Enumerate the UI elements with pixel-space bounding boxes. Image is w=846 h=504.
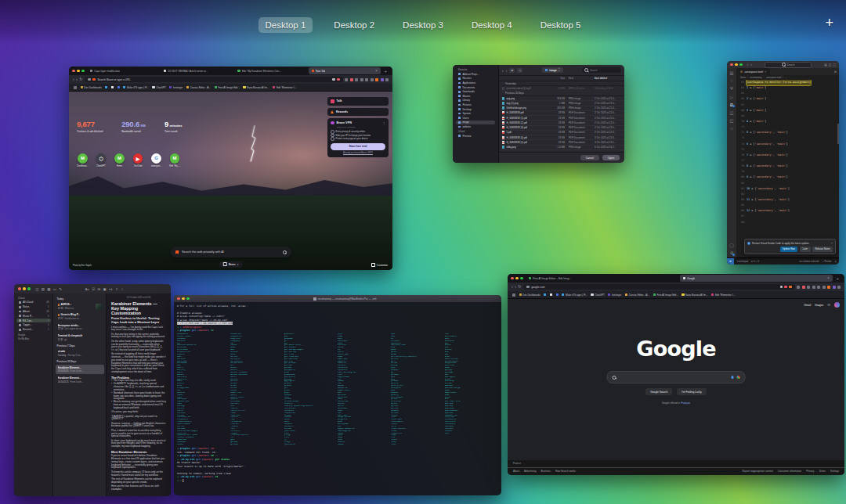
new-tab-button[interactable]: + xyxy=(834,276,841,281)
back-button[interactable]: ‹ xyxy=(512,285,513,289)
menu-icon[interactable] xyxy=(837,286,841,289)
bookmark-item[interactable] xyxy=(544,293,546,296)
bookmark-item[interactable]: Canvas Editor - Al... xyxy=(625,293,649,297)
bookmark-icon[interactable] xyxy=(780,286,783,289)
table-row[interactable]: recorded-video (5).mp41.9 MBMPEG-4 movie… xyxy=(502,86,624,91)
column-kind[interactable]: Kind xyxy=(567,77,595,80)
search-field[interactable]: Search xyxy=(582,67,621,73)
bell-icon[interactable]: ◎ xyxy=(835,260,837,263)
footer-link[interactable]: Business xyxy=(540,470,551,473)
footer-link[interactable]: Consumer information xyxy=(778,470,801,473)
testing-icon[interactable]: ◇ xyxy=(730,126,733,131)
release-notes-button[interactable]: Release Notes xyxy=(812,247,833,251)
reader-icon[interactable] xyxy=(88,78,91,81)
rewards-icon[interactable] xyxy=(337,78,340,81)
address-bar[interactable]: google.com xyxy=(523,284,794,290)
cancel-button[interactable]: Cancel xyxy=(580,155,599,161)
search-icon[interactable] xyxy=(283,250,287,254)
desktop-tab-desktop-1[interactable]: Desktop 1 xyxy=(258,17,313,33)
close-button[interactable] xyxy=(511,277,514,280)
bookmark-item[interactable]: Free AI Image Edit... xyxy=(653,293,678,297)
voice-search-icon[interactable] xyxy=(731,376,733,380)
code-editor[interactable]: 63[workspace-to-monitor-force-assignment… xyxy=(736,80,839,257)
terminal-content[interactable]: # For a full list of active aliases, run… xyxy=(174,302,501,495)
sidebar-item-preview[interactable]: Preview xyxy=(456,134,495,139)
brave-search-bar[interactable]: Search the web privately with AI xyxy=(171,247,291,257)
bookmark-item[interactable] xyxy=(111,86,114,88)
footer-link[interactable]: Settings xyxy=(830,470,839,473)
shortcut-tile[interactable]: ⬡ChatGPT xyxy=(95,153,108,167)
wallet-icon[interactable] xyxy=(355,78,358,81)
list-item[interactable]: Aerospace windo...12:54Let's agree on so… xyxy=(56,322,104,332)
bookmark-item[interactable]: Make iOS apps | Fl... xyxy=(123,86,149,89)
browser-tab[interactable]: New Tab× xyxy=(309,67,381,74)
shortcut-tile[interactable]: Gwww.goo... xyxy=(150,153,163,167)
rewards-icon[interactable] xyxy=(789,286,792,289)
rewards-icon[interactable] xyxy=(375,78,378,81)
bookmark-icon[interactable] xyxy=(332,78,335,81)
close-button[interactable] xyxy=(730,63,733,67)
sidebar-icon[interactable] xyxy=(345,78,348,81)
bookmark-item[interactable] xyxy=(105,86,107,88)
list-view-icon[interactable]: ▤ xyxy=(42,287,45,291)
prettier-status[interactable]: ✓ Prettier xyxy=(822,260,831,263)
footer-link[interactable]: Advertising xyxy=(524,470,536,473)
lens-icon[interactable] xyxy=(736,376,739,379)
tab-close-icon[interactable]: × xyxy=(827,276,830,280)
back-button[interactable]: ‹ xyxy=(73,77,74,81)
extensions-icon[interactable] xyxy=(371,78,374,81)
bookmark-item[interactable]: ChatGPT xyxy=(152,86,165,89)
reload-button[interactable]: ↻ xyxy=(79,77,82,81)
vscode-window[interactable]: ‹ › Search ▤◫▢ ▤○Ψ▷⊞◫◰◇◯⚙ ⚙ .aerospace.t… xyxy=(727,61,839,265)
bookmark-item[interactable]: Dev Dashboards xyxy=(519,293,540,297)
minimize-button[interactable] xyxy=(182,297,185,301)
list-item[interactable]: Karabiner Element...10/10/2025From Usele… xyxy=(56,375,104,384)
account-icon[interactable]: ◯ xyxy=(729,243,734,247)
sidebar-item-movies[interactable]: Movies xyxy=(456,94,495,99)
bookmark-item[interactable]: hostinger xyxy=(608,293,621,297)
shortcut-tile[interactable]: MEdit "My ... xyxy=(168,153,182,167)
checklist-icon[interactable]: ☑ xyxy=(92,287,95,291)
forward-button[interactable]: › xyxy=(515,285,516,289)
footer-link[interactable]: Privacy xyxy=(806,470,814,473)
close-button[interactable] xyxy=(18,287,21,290)
search-icon[interactable]: ○ xyxy=(121,287,123,291)
breadcrumb-item[interactable]: .aerospace.toml xyxy=(765,76,781,79)
remote-indicator[interactable]: ≋ xyxy=(727,258,734,265)
problems-status[interactable]: ⊘ 0 △ 0 xyxy=(751,260,759,263)
desktop-tab-desktop-5[interactable]: Desktop 5 xyxy=(533,17,588,33)
extensions-icon[interactable] xyxy=(822,286,826,289)
launchpad-status[interactable]: Launchpad xyxy=(737,260,748,263)
reader-mode-icon[interactable] xyxy=(360,78,363,81)
bookmark-item[interactable] xyxy=(556,293,559,296)
forward-button[interactable]: › xyxy=(76,77,78,81)
forward-button[interactable]: › xyxy=(506,68,508,73)
source-control-icon[interactable]: Ψ xyxy=(730,86,733,91)
footer-link[interactable]: How Search works xyxy=(555,470,576,473)
tab-close-icon[interactable]: × xyxy=(765,70,766,74)
brave-shields-icon[interactable] xyxy=(92,78,96,81)
update-now-button[interactable]: Update Now xyxy=(780,247,798,251)
explorer-icon[interactable]: ▤ xyxy=(730,70,734,75)
minimize-button[interactable] xyxy=(515,277,519,280)
sidebar-item-website[interactable]: website xyxy=(456,124,495,129)
wallet-icon[interactable] xyxy=(807,286,810,289)
shortcut-tile[interactable]: ▶YouTube xyxy=(132,153,145,167)
tab-close-icon[interactable]: × xyxy=(375,69,378,73)
column-date-added[interactable]: Date Added xyxy=(595,77,624,80)
customize-button[interactable]: Customize xyxy=(371,263,388,267)
google-search-box[interactable] xyxy=(607,371,746,383)
site-info-icon[interactable] xyxy=(526,286,530,289)
news-button[interactable]: News ∨ xyxy=(219,261,242,268)
view-mode-button[interactable]: ⊞ xyxy=(509,68,515,73)
start-free-trial-button[interactable]: Start free trial xyxy=(331,143,385,150)
language-link[interactable]: Français xyxy=(682,401,691,405)
bookmark-item[interactable]: Canvas Editor - Al... xyxy=(186,86,211,89)
list-item[interactable]: AEROS...12:59What is a xyxy=(56,302,104,311)
bookmark-item[interactable]: ChatGPT xyxy=(591,293,604,297)
editor-scrollbar[interactable] xyxy=(837,124,839,144)
footer-link[interactable]: Terms xyxy=(819,470,825,473)
desktop-tab-desktop-2[interactable]: Desktop 2 xyxy=(327,17,381,33)
gallery-view-icon[interactable]: ▦ xyxy=(47,287,50,291)
sidebar-item-users[interactable]: Users xyxy=(456,116,495,121)
